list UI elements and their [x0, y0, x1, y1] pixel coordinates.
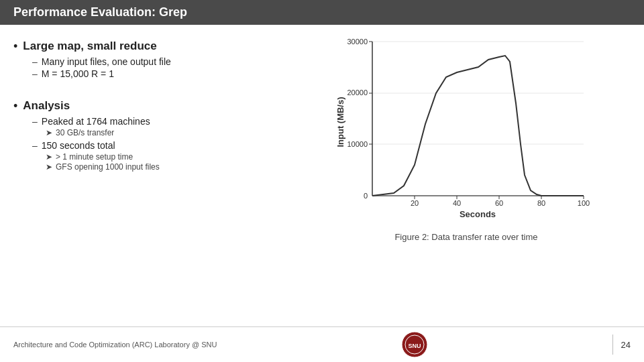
- page-divider: [612, 335, 613, 355]
- bullet2-sub1-sub1-text: 30 GB/s transfer: [56, 128, 114, 137]
- svg-text:20: 20: [411, 199, 419, 207]
- chart-container: 0 10000 20000 30000 20 40 60 80 100: [335, 35, 597, 229]
- bullet2-sub1: – Peaked at 1764 machines: [32, 116, 295, 127]
- left-panel: • Large map, small reduce – Many input f…: [13, 32, 302, 326]
- slide-footer: Architecture and Code Optimization (ARC)…: [0, 326, 644, 362]
- bullet2-title: Analysis: [23, 99, 70, 113]
- svg-text:Input (MB/s): Input (MB/s): [335, 97, 345, 147]
- bullet2-sub1-sub1: ➤ 30 GB/s transfer: [46, 128, 295, 137]
- arrow2: ➤: [46, 152, 52, 162]
- svg-text:60: 60: [495, 199, 503, 207]
- svg-text:SNU: SNU: [408, 343, 421, 349]
- footer-text: Architecture and Code Optimization (ARC)…: [13, 341, 217, 349]
- bullet2-sub2: – 150 seconds total: [32, 140, 295, 151]
- bullet2-sub1-text: Peaked at 1764 machines: [42, 116, 150, 127]
- bullet2-subs: – Peaked at 1764 machines ➤ 30 GB/s tran…: [32, 116, 295, 172]
- bullet2-sub2-sub1-text: > 1 minute setup time: [56, 152, 133, 162]
- slide-content: • Large map, small reduce – Many input f…: [0, 25, 644, 326]
- bullet2-sub1-subs: ➤ 30 GB/s transfer: [46, 128, 295, 137]
- bullet2-sub2-text: 150 seconds total: [42, 140, 115, 151]
- svg-text:100: 100: [578, 199, 590, 207]
- slide: Performance Evaluation: Grep • Large map…: [0, 0, 644, 362]
- bullet2-sub2-sub1: ➤ > 1 minute setup time: [46, 152, 295, 162]
- bullet2-main: • Analysis: [13, 99, 295, 113]
- svg-text:80: 80: [537, 199, 545, 207]
- footer-logo: SNU: [401, 331, 428, 358]
- chart-svg: 0 10000 20000 30000 20 40 60 80 100: [335, 35, 597, 229]
- slide-header: Performance Evaluation: Grep: [0, 0, 644, 25]
- svg-text:0: 0: [364, 192, 368, 200]
- svg-text:Seconds: Seconds: [460, 209, 496, 219]
- page-number: 24: [621, 340, 631, 350]
- bullet1-title: Large map, small reduce: [23, 40, 156, 53]
- dash3: –: [32, 116, 38, 127]
- bullet2-sub2-sub2: ➤ GFS opening 1000 input files: [46, 162, 295, 172]
- arrow1: ➤: [46, 128, 52, 137]
- right-panel: 0 10000 20000 30000 20 40 60 80 100: [302, 32, 631, 326]
- bullet1-dot: •: [13, 40, 17, 54]
- bullet1-sub1: – Many input files, one output file: [32, 56, 295, 67]
- svg-text:30000: 30000: [347, 38, 368, 46]
- dash2: –: [32, 68, 38, 79]
- slide-title: Performance Evaluation: Grep: [13, 5, 187, 19]
- bullet1-sub2: – M = 15,000 R = 1: [32, 68, 295, 79]
- dash1: –: [32, 56, 38, 67]
- footer-page: 24: [612, 335, 631, 355]
- bullet1-sub2-text: M = 15,000 R = 1: [42, 68, 114, 79]
- bullet2-sub2-subs: ➤ > 1 minute setup time ➤ GFS opening 10…: [46, 152, 295, 172]
- svg-text:10000: 10000: [347, 140, 368, 148]
- svg-text:40: 40: [453, 199, 461, 207]
- bullet2-sub2-sub2-text: GFS opening 1000 input files: [56, 162, 160, 172]
- arrow3: ➤: [46, 162, 52, 172]
- bullet2-dot: •: [13, 99, 17, 113]
- chart-caption: Figure 2: Data transfer rate over time: [394, 232, 537, 242]
- bullet1-main: • Large map, small reduce: [13, 40, 295, 54]
- svg-text:20000: 20000: [347, 88, 368, 97]
- bullet1-sub1-text: Many input files, one output file: [42, 56, 171, 67]
- dash4: –: [32, 140, 38, 151]
- bullet1-subs: – Many input files, one output file – M …: [32, 56, 295, 79]
